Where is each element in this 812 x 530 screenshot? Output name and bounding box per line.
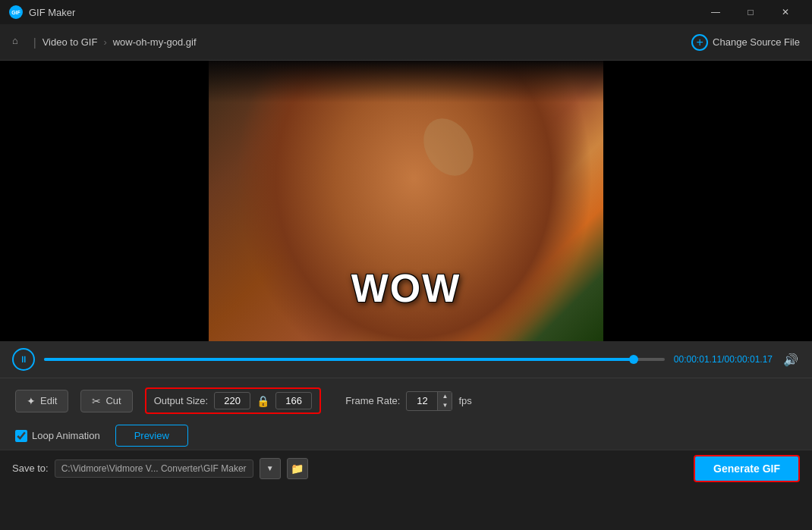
lock-icon[interactable]: 🔒 — [257, 395, 269, 407]
height-input[interactable] — [275, 392, 312, 409]
fps-label: fps — [458, 395, 471, 406]
controls-bar: ✦ Edit ✂ Cut Output Size: 🔒 Frame Rate: … — [0, 378, 812, 450]
spinner-buttons: ▲ ▼ — [437, 392, 452, 410]
change-source-button[interactable]: + Change Source File — [691, 34, 800, 51]
window-controls: — □ ✕ — [698, 0, 803, 24]
progress-thumb[interactable] — [629, 355, 638, 364]
output-size-label: Output Size: — [154, 395, 209, 406]
breadcrumb-video-to-gif[interactable]: Video to GIF — [42, 36, 98, 48]
save-path-display: C:\Vidmore\Vidmore V... Converter\GIF Ma… — [55, 459, 253, 478]
save-to-label: Save to: — [12, 463, 49, 474]
cut-icon: ✂ — [92, 395, 101, 407]
progress-fill — [44, 358, 634, 361]
save-to-group: Save to: C:\Vidmore\Vidmore V... Convert… — [12, 458, 308, 479]
breadcrumb-separator: | — [33, 36, 36, 49]
volume-icon: 🔊 — [783, 353, 798, 367]
breadcrumb: ⌂ | Video to GIF › wow-oh-my-god.gif — [12, 35, 197, 50]
generate-gif-button[interactable]: Generate GIF — [694, 455, 800, 482]
frame-rate-increment-button[interactable]: ▲ — [438, 392, 452, 401]
folder-icon: 📁 — [291, 463, 304, 475]
open-folder-button[interactable]: 📁 — [287, 458, 308, 479]
title-bar: GIF GIF Maker — □ ✕ — [0, 0, 812, 24]
width-input[interactable] — [214, 392, 250, 409]
playback-bar: ⏸ 00:00:01.11/00:00:01.17 🔊 — [0, 341, 812, 378]
save-path-dropdown-button[interactable]: ▼ — [260, 458, 281, 479]
frame-rate-group: Frame Rate: ▲ ▼ fps — [345, 391, 472, 411]
frame-rate-input[interactable] — [407, 393, 437, 409]
home-icon[interactable]: ⌂ — [12, 35, 27, 50]
progress-bar-container[interactable] — [44, 358, 665, 361]
breadcrumb-bar: ⌂ | Video to GIF › wow-oh-my-god.gif + C… — [0, 24, 812, 61]
output-size-group: Output Size: 🔒 — [145, 387, 322, 414]
frame-rate-decrement-button[interactable]: ▼ — [438, 401, 452, 410]
minimize-button[interactable]: — — [698, 0, 733, 24]
volume-button[interactable]: 🔊 — [782, 350, 800, 368]
app-icon: GIF — [9, 5, 23, 19]
cut-button[interactable]: ✂ Cut — [80, 390, 132, 412]
bottom-bar: Save to: C:\Vidmore\Vidmore V... Convert… — [0, 450, 812, 486]
pause-button[interactable]: ⏸ — [12, 348, 35, 371]
progress-track[interactable] — [44, 358, 665, 361]
breadcrumb-arrow-icon: › — [103, 36, 106, 48]
video-preview-area: WOW — [0, 61, 812, 341]
video-wow-text: WOW — [351, 265, 461, 311]
controls-row-1: ✦ Edit ✂ Cut Output Size: 🔒 Frame Rate: … — [15, 387, 797, 414]
edit-icon: ✦ — [27, 395, 36, 407]
close-button[interactable]: ✕ — [768, 0, 803, 24]
pause-icon: ⏸ — [19, 354, 28, 365]
app-title: GIF Maker — [29, 7, 75, 18]
video-frame: WOW — [209, 61, 603, 341]
dropdown-icon: ▼ — [266, 464, 274, 472]
loop-animation-checkbox[interactable] — [15, 430, 27, 442]
maximize-button[interactable]: □ — [733, 0, 768, 24]
frame-rate-label: Frame Rate: — [345, 395, 400, 406]
controls-row-2: Loop Animation Preview — [15, 425, 797, 447]
edit-button[interactable]: ✦ Edit — [15, 390, 68, 412]
time-display: 00:00:01.11/00:00:01.17 — [674, 354, 773, 365]
title-bar-left: GIF GIF Maker — [9, 5, 75, 19]
plus-circle-icon: + — [691, 34, 708, 51]
loop-animation-label: Loop Animation — [32, 430, 100, 441]
change-source-label: Change Source File — [713, 36, 800, 48]
preview-button[interactable]: Preview — [115, 425, 188, 447]
frame-rate-input-wrap: ▲ ▼ — [406, 391, 452, 411]
breadcrumb-current-file: wow-oh-my-god.gif — [113, 36, 197, 48]
loop-animation-wrap: Loop Animation — [15, 430, 100, 442]
